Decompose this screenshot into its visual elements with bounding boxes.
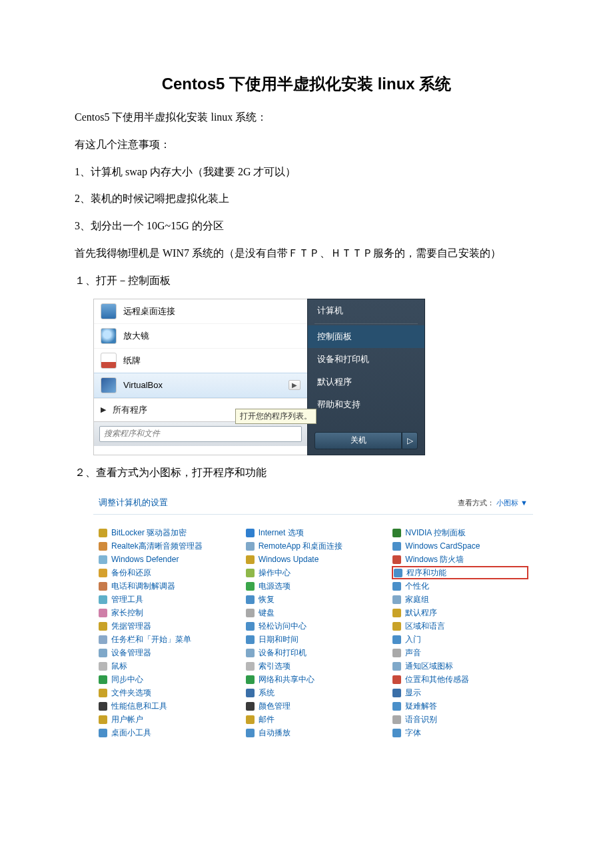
cp-item[interactable]: 鼠标: [99, 660, 234, 672]
cp-item[interactable]: 操作中心: [246, 567, 381, 579]
start-menu-item-label: 放大镜: [123, 330, 149, 342]
cp-item[interactable]: 同步中心: [99, 673, 234, 685]
start-menu-right-item-devices[interactable]: 设备和打印机: [308, 348, 424, 371]
cp-item[interactable]: 显示: [392, 687, 528, 699]
start-menu-right-item-computer[interactable]: 计算机: [308, 299, 424, 322]
cp-item-label: 疑难解答: [405, 701, 437, 712]
start-menu-right-item-default-programs[interactable]: 默认程序: [308, 371, 424, 393]
label: 计算机: [317, 305, 343, 317]
cp-item[interactable]: NVIDIA 控制面板: [392, 527, 528, 539]
cp-item-label: 操作中心: [259, 567, 291, 579]
cp-item[interactable]: Internet 选项: [246, 527, 381, 539]
cp-item[interactable]: 设备管理器: [99, 647, 234, 659]
cp-item[interactable]: Windows Defender: [99, 553, 234, 565]
control-panel-header: 调整计算机的设置 查看方式： 小图标 ▼: [93, 490, 533, 515]
cp-item[interactable]: 家长控制: [99, 607, 234, 619]
paragraph: 1、计算机 swap 内存大小（我建要 2G 才可以）: [53, 163, 560, 182]
start-menu-item-label: 纸牌: [123, 355, 141, 367]
cp-item-label: 语音识别: [405, 714, 437, 725]
search-placeholder: 搜索程序和文件: [104, 428, 160, 439]
cp-item[interactable]: 自动播放: [246, 727, 381, 739]
cp-item[interactable]: BitLocker 驱动器加密: [99, 527, 234, 539]
cp-item-icon: [392, 542, 401, 551]
cp-item[interactable]: 邮件: [246, 713, 381, 725]
submenu-arrow-icon: ▶: [289, 380, 301, 390]
cp-item-icon: [392, 595, 401, 604]
all-programs-label: 所有程序: [113, 404, 147, 416]
cp-item[interactable]: 位置和其他传感器: [392, 673, 528, 685]
cp-item-label: 鼠标: [111, 661, 127, 672]
cp-item[interactable]: 家庭组: [392, 593, 528, 605]
cp-item-label: 凭据管理器: [111, 621, 151, 632]
cp-item[interactable]: 用户帐户: [99, 713, 234, 725]
cp-item[interactable]: 字体: [392, 727, 528, 739]
cp-item-label: Realtek高清晰音频管理器: [111, 541, 203, 552]
cp-item-label: 用户帐户: [111, 714, 143, 725]
cp-item-icon: [99, 715, 107, 724]
cp-item-icon: [392, 675, 401, 684]
cp-item[interactable]: Windows 防火墙: [392, 553, 528, 565]
cp-item[interactable]: 程序和功能: [392, 567, 528, 579]
cp-item[interactable]: 性能信息和工具: [99, 700, 234, 712]
cp-item-label: BitLocker 驱动器加密: [111, 527, 187, 539]
cp-item[interactable]: Realtek高清晰音频管理器: [99, 540, 234, 552]
cp-item-label: 位置和其他传感器: [405, 674, 469, 685]
virtualbox-icon: [101, 377, 117, 393]
cp-item[interactable]: 恢复: [246, 593, 381, 605]
cp-item[interactable]: 凭据管理器: [99, 620, 234, 632]
cp-item-label: 性能信息和工具: [111, 701, 167, 712]
start-menu-item-virtualbox[interactable]: VirtualBox ▶: [94, 373, 307, 398]
cp-item[interactable]: 索引选项: [246, 660, 381, 672]
cp-item-icon: [392, 529, 401, 537]
cp-item-label: 电话和调制解调器: [111, 581, 175, 592]
cp-item[interactable]: 管理工具: [99, 593, 234, 605]
cp-item-label: 日期和时间: [259, 634, 299, 645]
start-menu-item-solitaire[interactable]: 纸牌: [94, 348, 307, 373]
label: 关机: [350, 435, 366, 446]
cp-view-mode[interactable]: 查看方式： 小图标 ▼: [458, 498, 528, 508]
cp-item[interactable]: 颜色管理: [246, 700, 381, 712]
cp-item[interactable]: 语音识别: [392, 713, 528, 725]
cp-item[interactable]: 电话和调制解调器: [99, 580, 234, 592]
cp-item[interactable]: 键盘: [246, 607, 381, 619]
cp-item[interactable]: 文件夹选项: [99, 687, 234, 699]
cp-item[interactable]: 电源选项: [246, 580, 381, 592]
cp-item[interactable]: Windows Update: [246, 553, 381, 565]
cp-item[interactable]: 网络和共享中心: [246, 673, 381, 685]
cp-item[interactable]: 任务栏和「开始」菜单: [99, 633, 234, 645]
cp-item-label: 任务栏和「开始」菜单: [111, 634, 191, 645]
cp-item[interactable]: RemoteApp 和桌面连接: [246, 540, 381, 552]
cp-item[interactable]: 区域和语言: [392, 620, 528, 632]
cp-item[interactable]: 系统: [246, 687, 381, 699]
start-menu-item-remote-desktop[interactable]: 远程桌面连接: [94, 299, 307, 323]
start-menu-right-item-control-panel[interactable]: 控制面板: [308, 325, 424, 348]
cp-item[interactable]: 轻松访问中心: [246, 620, 381, 632]
cp-item[interactable]: 入门: [392, 633, 528, 645]
cp-item[interactable]: 疑难解答: [392, 700, 528, 712]
cp-item-icon: [246, 542, 255, 551]
control-panel-figure: 调整计算机的设置 查看方式： 小图标 ▼ BitLocker 驱动器加密Inte…: [93, 490, 533, 744]
cp-item[interactable]: Windows CardSpace: [392, 540, 528, 552]
cp-item[interactable]: 声音: [392, 647, 528, 659]
cp-item[interactable]: 备份和还原: [99, 567, 234, 579]
cp-item-icon: [246, 555, 255, 564]
start-menu-right-item-help[interactable]: 帮助和支持: [308, 393, 424, 416]
cp-item-label: 颜色管理: [259, 701, 291, 712]
cp-item-icon: [99, 702, 107, 711]
cp-item-icon: [392, 715, 401, 724]
shutdown-button[interactable]: 关机: [314, 432, 402, 449]
cp-item-label: 电源选项: [259, 581, 291, 592]
cp-heading: 调整计算机的设置: [99, 497, 168, 509]
cp-item[interactable]: 桌面小工具: [99, 727, 234, 739]
cp-item-label: 入门: [405, 634, 421, 645]
cp-item[interactable]: 日期和时间: [246, 633, 381, 645]
cp-item[interactable]: 默认程序: [392, 607, 528, 619]
search-input[interactable]: 搜索程序和文件: [99, 426, 302, 442]
cp-item[interactable]: 通知区域图标: [392, 660, 528, 672]
cp-item[interactable]: 个性化: [392, 580, 528, 592]
shutdown-more-button[interactable]: ▷: [402, 432, 418, 449]
cp-item-label: NVIDIA 控制面板: [405, 527, 466, 539]
cp-item-label: 区域和语言: [405, 621, 445, 632]
cp-item[interactable]: 设备和打印机: [246, 647, 381, 659]
start-menu-item-magnifier[interactable]: 放大镜: [94, 323, 307, 348]
